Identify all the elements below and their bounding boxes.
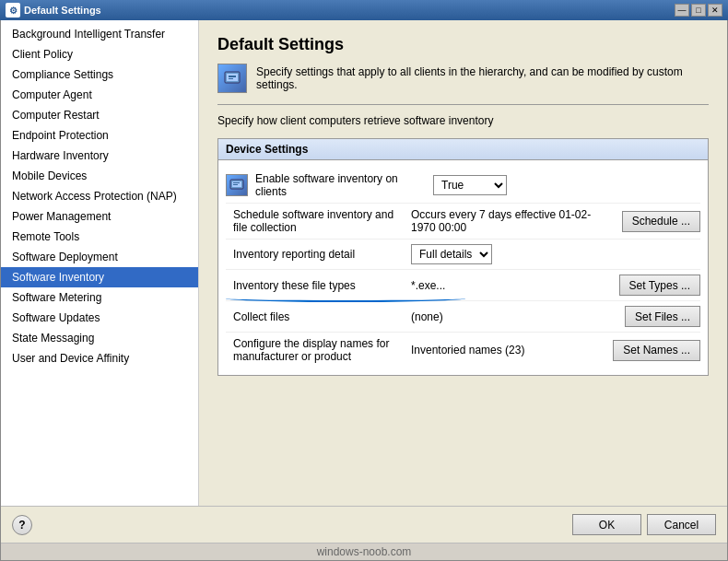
title-bar-buttons: — □ ✕ (675, 4, 722, 17)
sidebar-item-12[interactable]: Software Inventory (1, 267, 198, 287)
maximize-button[interactable]: □ (691, 4, 706, 17)
cancel-button[interactable]: Cancel (647, 514, 716, 535)
sidebar-item-8[interactable]: Network Access Protection (NAP) (1, 186, 198, 206)
row-select-2[interactable]: Full detailsSummaryNone (411, 244, 492, 264)
panel-description-box: Specify settings that apply to all clien… (217, 64, 709, 93)
svg-rect-6 (233, 182, 240, 183)
title-bar-icon: ⚙ (6, 3, 20, 18)
sidebar-item-14[interactable]: Software Updates (1, 308, 198, 328)
device-settings-box: Device Settings Enable software inventor… (217, 138, 709, 376)
row-value-0[interactable]: TrueFalse (433, 175, 700, 195)
row-value-2[interactable]: Full detailsSummaryNone (411, 244, 700, 264)
row-label-0: Enable software inventory on clients (255, 172, 426, 198)
row-label-3: Inventory these file types (233, 279, 404, 292)
sidebar-item-3[interactable]: Computer Agent (1, 85, 198, 105)
bottom-right: OK Cancel (572, 514, 716, 535)
close-button[interactable]: ✕ (708, 4, 722, 17)
dialog: Background Intelligent TransferClient Po… (0, 20, 728, 561)
row-label-5: Configure the display names for manufact… (233, 337, 404, 363)
sidebar-item-11[interactable]: Software Deployment (1, 247, 198, 267)
row-action-btn-5[interactable]: Set Names ... (613, 340, 700, 361)
sidebar-item-4[interactable]: Computer Restart (1, 105, 198, 125)
row-select-0[interactable]: TrueFalse (433, 175, 507, 195)
svg-rect-3 (229, 78, 233, 79)
settings-row-1: Schedule software inventory and file col… (226, 204, 700, 240)
row-action-btn-1[interactable]: Schedule ... (622, 211, 700, 232)
svg-rect-2 (229, 76, 236, 77)
sidebar-item-7[interactable]: Mobile Devices (1, 166, 198, 186)
sidebar: Background Intelligent TransferClient Po… (1, 20, 199, 506)
device-settings-header: Device Settings (218, 139, 708, 160)
sidebar-item-2[interactable]: Compliance Settings (1, 64, 198, 85)
sidebar-item-10[interactable]: Remote Tools (1, 227, 198, 247)
sidebar-item-15[interactable]: State Messaging (1, 328, 198, 348)
minimize-button[interactable]: — (675, 4, 689, 17)
separator (217, 104, 709, 105)
settings-row-2: Inventory reporting detailFull detailsSu… (226, 240, 700, 270)
settings-row-4: Collect files(none)Set Files ... (226, 301, 700, 333)
device-settings-body: Enable software inventory on clientsTrue… (218, 160, 708, 375)
dialog-bottom: ? OK Cancel (1, 506, 727, 543)
panel-desc-icon (217, 64, 247, 93)
settings-row-0: Enable software inventory on clientsTrue… (226, 168, 700, 204)
settings-row-5: Configure the display names for manufact… (226, 333, 700, 368)
sidebar-item-6[interactable]: Hardware Inventory (1, 146, 198, 166)
row-icon-0 (226, 174, 248, 196)
row-label-4: Collect files (233, 310, 404, 323)
main-panel: Default Settings Specify settings that a… (199, 20, 727, 506)
watermark: windows-noob.com (1, 543, 727, 560)
sub-description: Specify how client computers retrieve so… (217, 114, 709, 127)
bottom-left: ? (12, 515, 32, 535)
row-action-btn-4[interactable]: Set Files ... (625, 306, 700, 327)
help-button[interactable]: ? (12, 515, 32, 535)
row-value-4: (none) (411, 310, 617, 323)
row-label-1: Schedule software inventory and file col… (233, 208, 404, 234)
sidebar-item-0[interactable]: Background Intelligent Transfer (1, 24, 198, 44)
sidebar-item-16[interactable]: User and Device Affinity (1, 348, 198, 368)
row-action-btn-3[interactable]: Set Types ... (619, 275, 700, 296)
svg-rect-7 (233, 184, 238, 185)
row-value-3: *.exe... (411, 279, 612, 292)
row-value-1: Occurs every 7 days effective 01-02-1970… (411, 208, 615, 234)
title-bar-title: Default Settings (24, 5, 671, 16)
panel-desc-text: Specify settings that apply to all clien… (256, 64, 709, 91)
sidebar-item-5[interactable]: Endpoint Protection (1, 125, 198, 146)
title-bar: ⚙ Default Settings — □ ✕ (0, 0, 728, 20)
sidebar-item-13[interactable]: Software Metering (1, 287, 198, 308)
row-label-2: Inventory reporting detail (233, 248, 404, 261)
sidebar-item-9[interactable]: Power Management (1, 206, 198, 227)
dialog-content: Background Intelligent TransferClient Po… (1, 20, 727, 506)
settings-row-3: Inventory these file types*.exe...Set Ty… (226, 270, 700, 301)
row-value-5: Inventoried names (23) (411, 344, 605, 356)
panel-title: Default Settings (217, 35, 709, 54)
sidebar-item-1[interactable]: Client Policy (1, 44, 198, 64)
ok-button[interactable]: OK (572, 514, 641, 535)
